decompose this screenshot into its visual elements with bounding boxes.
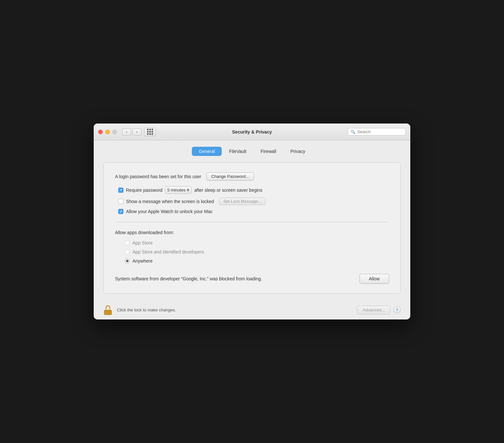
close-button[interactable] <box>98 130 103 134</box>
tab-filevault[interactable]: FileVault <box>222 147 253 156</box>
allow-button[interactable]: Allow <box>360 274 389 284</box>
maximize-button[interactable] <box>112 130 117 134</box>
window-title: Security & Privacy <box>232 129 272 135</box>
radio-label-anywhere: Anywhere <box>132 258 152 264</box>
lock-shackle <box>106 305 110 309</box>
radio-anywhere[interactable] <box>125 258 130 264</box>
password-row: A login password has been set for this u… <box>115 172 389 180</box>
radio-app-store[interactable] <box>125 240 130 245</box>
main-window: ‹ › Security & Privacy 🔍 General FileVau… <box>94 124 410 319</box>
traffic-lights <box>98 130 117 134</box>
back-icon: ‹ <box>126 129 127 134</box>
apple-watch-checkbox[interactable] <box>118 209 123 214</box>
nav-buttons: ‹ › <box>122 128 142 135</box>
search-input[interactable] <box>357 129 403 134</box>
lock-icon[interactable] <box>103 305 112 315</box>
apple-watch-label: Allow your Apple Watch to unlock your Ma… <box>126 209 213 214</box>
advanced-button: Advanced... <box>357 306 390 314</box>
tab-firewall[interactable]: Firewall <box>254 147 283 156</box>
radio-row-anywhere: Anywhere <box>125 258 389 264</box>
lock-label: Click the lock to make changes. <box>117 308 176 312</box>
radio-label-app-store-identified: App Store and identified developers <box>132 249 204 254</box>
tab-general[interactable]: General <box>192 147 222 156</box>
apple-watch-row: Allow your Apple Watch to unlock your Ma… <box>115 209 389 214</box>
forward-button[interactable]: › <box>132 128 142 135</box>
section-divider <box>115 222 389 222</box>
require-password-row: Require password 5 minutes after sleep o… <box>115 186 389 194</box>
radio-label-app-store: App Store <box>132 240 152 245</box>
radio-row-app-store: App Store <box>125 240 389 245</box>
require-password-dropdown[interactable]: 5 minutes <box>165 186 192 194</box>
lock-body <box>104 310 112 315</box>
blocked-text: System software from developer “Google, … <box>115 276 262 282</box>
bottom-actions: Advanced... ? <box>357 306 401 314</box>
show-message-checkbox[interactable] <box>118 199 123 204</box>
minimize-button[interactable] <box>105 130 110 134</box>
forward-icon: › <box>136 129 138 134</box>
grid-view-button[interactable] <box>144 128 156 136</box>
set-lock-message-button: Set Lock Message... <box>219 198 266 205</box>
radio-app-store-identified[interactable] <box>125 249 130 254</box>
require-password-value: 5 minutes <box>167 188 185 192</box>
show-message-label: Show a message when the screen is locked <box>126 199 214 204</box>
blocked-software-section: System software from developer “Google, … <box>115 273 389 284</box>
password-label: A login password has been set for this u… <box>115 174 201 179</box>
search-bar[interactable]: 🔍 <box>348 128 406 135</box>
require-password-suffix: after sleep or screen saver begins <box>194 188 262 193</box>
content-area: General FileVault Firewall Privacy A log… <box>94 140 410 300</box>
tab-bar: General FileVault Firewall Privacy <box>103 147 401 156</box>
back-button[interactable]: ‹ <box>122 128 131 135</box>
require-password-label: Require password <box>126 188 163 193</box>
radio-row-app-store-identified: App Store and identified developers <box>125 249 389 254</box>
grid-icon <box>147 129 153 135</box>
help-button[interactable]: ? <box>394 306 401 313</box>
change-password-button[interactable]: Change Password... <box>206 172 254 180</box>
title-bar: ‹ › Security & Privacy 🔍 <box>94 124 410 140</box>
tab-privacy[interactable]: Privacy <box>284 147 312 156</box>
search-icon: 🔍 <box>351 130 355 134</box>
require-password-checkbox[interactable] <box>118 188 123 193</box>
show-message-row: Show a message when the screen is locked… <box>115 198 389 205</box>
allow-apps-label: Allow apps downloaded from: <box>115 230 389 235</box>
settings-panel: A login password has been set for this u… <box>103 162 401 294</box>
bottom-bar: Click the lock to make changes. Advanced… <box>94 300 410 319</box>
dropdown-arrow-icon <box>187 189 189 191</box>
radio-group-downloads: App Store App Store and identified devel… <box>115 240 389 264</box>
